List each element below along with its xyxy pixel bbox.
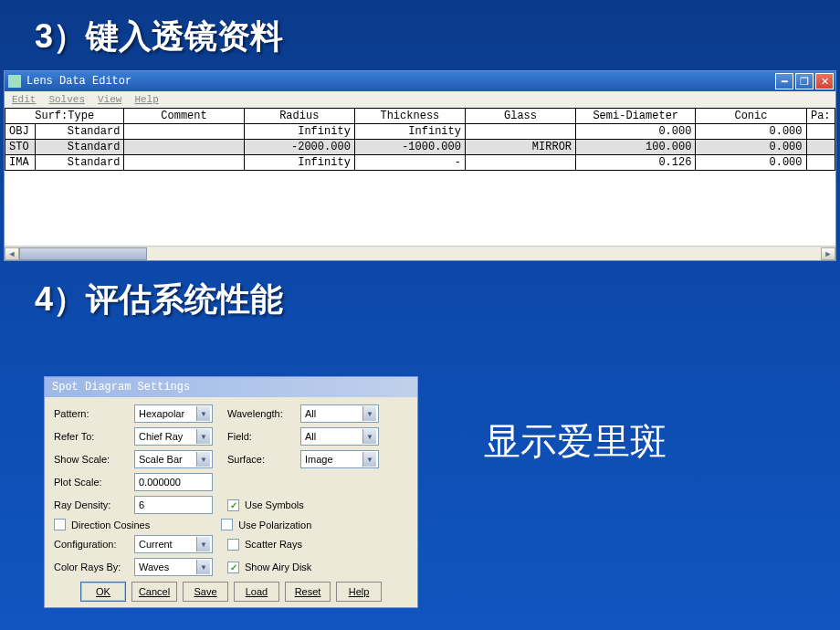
checkbox-label: Show Airy Disk — [245, 562, 311, 572]
show-scale-select[interactable]: Scale Bar▼ — [134, 450, 213, 468]
cell[interactable] — [124, 140, 244, 155]
cell[interactable] — [465, 155, 575, 171]
cell[interactable]: 0.000 — [696, 140, 806, 155]
cell[interactable]: OBJ — [5, 124, 36, 140]
cell[interactable]: Standard — [35, 155, 124, 171]
col-semi-diameter[interactable]: Semi-Diameter — [576, 109, 696, 124]
load-button[interactable]: Load — [234, 582, 279, 602]
dropdown-arrow-icon[interactable]: ▼ — [196, 452, 210, 467]
help-button[interactable]: Help — [336, 582, 382, 602]
cell[interactable]: Standard — [35, 124, 124, 140]
dropdown-arrow-icon[interactable]: ▼ — [196, 560, 210, 574]
cell[interactable]: Infinity — [244, 155, 354, 171]
col-radius[interactable]: Radius — [244, 109, 354, 124]
dropdown-arrow-icon[interactable]: ▼ — [196, 406, 210, 421]
reset-button[interactable]: Reset — [285, 582, 331, 602]
table-row[interactable]: OBJ Standard Infinity Infinity 0.000 0.0… — [5, 124, 835, 140]
col-comment[interactable]: Comment — [124, 109, 244, 124]
app-icon — [8, 75, 21, 88]
checkbox-icon: ✓ — [227, 499, 239, 511]
surface-select[interactable]: Image▼ — [300, 450, 379, 468]
table-row[interactable]: STO Standard -2000.000 -1000.000 MIRROR … — [5, 140, 835, 155]
dropdown-arrow-icon[interactable]: ▼ — [362, 429, 376, 444]
scroll-left-button[interactable]: ◄ — [5, 247, 19, 260]
refer-to-label: Refer To: — [54, 431, 129, 442]
col-thickness[interactable]: Thickness — [354, 109, 465, 124]
cell[interactable] — [465, 124, 575, 140]
checkbox-label: Use Polarization — [238, 520, 311, 530]
cell[interactable]: - — [354, 155, 465, 171]
menu-edit[interactable]: Edit — [12, 94, 36, 105]
menubar: Edit Solves View Help — [5, 91, 835, 108]
cell[interactable]: 0.000 — [696, 155, 806, 171]
window-title: Lens Data Editor — [26, 75, 131, 88]
pattern-label: Pattern: — [54, 408, 129, 419]
cell[interactable] — [806, 124, 835, 140]
table-row[interactable]: IMA Standard Infinity - 0.126 0.000 — [5, 155, 835, 171]
dropdown-arrow-icon[interactable]: ▼ — [362, 452, 376, 467]
cell[interactable] — [806, 155, 835, 171]
scroll-track[interactable] — [19, 247, 821, 260]
cell[interactable] — [806, 140, 835, 155]
table-header-row: Surf:Type Comment Radius Thickness Glass… — [5, 109, 835, 124]
lens-data-editor-window: Lens Data Editor ━ ❐ ✕ Edit Solves View … — [4, 70, 836, 261]
checkbox-label: Use Symbols — [245, 499, 304, 510]
menu-solves[interactable]: Solves — [48, 94, 85, 105]
ray-density-input[interactable]: 6 — [134, 496, 213, 514]
col-pa[interactable]: Pa: — [806, 109, 835, 124]
use-polarization-checkbox[interactable]: Use Polarization — [221, 519, 311, 530]
save-button[interactable]: Save — [183, 582, 228, 602]
minimize-button[interactable]: ━ — [775, 73, 793, 89]
cell[interactable] — [124, 155, 244, 171]
scatter-rays-checkbox[interactable]: Scatter Rays — [227, 539, 302, 551]
maximize-button[interactable]: ❐ — [795, 73, 814, 89]
horizontal-scrollbar[interactable]: ◄ ► — [5, 246, 835, 260]
cell[interactable]: IMA — [5, 155, 36, 171]
cancel-button[interactable]: Cancel — [131, 582, 177, 602]
cell[interactable]: Infinity — [354, 124, 465, 140]
color-rays-by-select[interactable]: Waves▼ — [134, 558, 213, 576]
col-surf-type[interactable]: Surf:Type — [5, 109, 124, 124]
configuration-select[interactable]: Current▼ — [134, 535, 213, 553]
field-select[interactable]: All▼ — [300, 427, 379, 446]
titlebar[interactable]: Lens Data Editor ━ ❐ ✕ — [5, 71, 835, 91]
checkbox-icon — [221, 519, 233, 530]
lens-table: Surf:Type Comment Radius Thickness Glass… — [5, 108, 835, 260]
cell[interactable]: 0.126 — [576, 155, 696, 171]
cell[interactable]: MIRROR — [465, 140, 575, 155]
close-button[interactable]: ✕ — [815, 73, 834, 89]
plot-scale-input[interactable]: 0.000000 — [134, 473, 213, 491]
menu-view[interactable]: View — [98, 94, 121, 105]
col-glass[interactable]: Glass — [465, 109, 575, 124]
field-label: Field: — [227, 431, 295, 442]
dialog-title[interactable]: Spot Diagram Settings — [45, 377, 417, 397]
configuration-label: Configuration: — [54, 539, 129, 550]
show-airy-disk-checkbox[interactable]: ✓Show Airy Disk — [227, 562, 311, 573]
direction-cosines-checkbox[interactable]: Direction Cosines — [54, 519, 150, 530]
scroll-right-button[interactable]: ► — [821, 247, 835, 260]
menu-help[interactable]: Help — [134, 94, 158, 105]
refer-to-select[interactable]: Chief Ray▼ — [134, 427, 213, 446]
cell[interactable] — [124, 124, 244, 140]
cell[interactable]: -2000.000 — [244, 140, 354, 155]
wavelength-select[interactable]: All▼ — [300, 404, 379, 423]
color-rays-by-label: Color Rays By: — [54, 562, 129, 572]
scroll-thumb[interactable] — [19, 247, 147, 260]
cell[interactable]: 0.000 — [696, 124, 806, 140]
cell[interactable]: 100.000 — [576, 140, 696, 155]
ok-button[interactable]: OK — [80, 582, 126, 602]
cell[interactable]: STO — [5, 140, 36, 155]
cell[interactable]: Standard — [35, 140, 124, 155]
dropdown-arrow-icon[interactable]: ▼ — [362, 406, 376, 421]
plot-scale-label: Plot Scale: — [54, 477, 129, 488]
col-conic[interactable]: Conic — [696, 109, 806, 124]
cell[interactable]: -1000.000 — [354, 140, 465, 155]
surface-label: Surface: — [227, 454, 295, 465]
use-symbols-checkbox[interactable]: ✓Use Symbols — [227, 499, 304, 511]
dropdown-arrow-icon[interactable]: ▼ — [196, 429, 210, 444]
dropdown-arrow-icon[interactable]: ▼ — [196, 537, 210, 551]
cell[interactable]: 0.000 — [576, 124, 696, 140]
cell[interactable]: Infinity — [244, 124, 354, 140]
pattern-select[interactable]: Hexapolar▼ — [134, 404, 213, 423]
grid-empty-area — [5, 171, 835, 246]
